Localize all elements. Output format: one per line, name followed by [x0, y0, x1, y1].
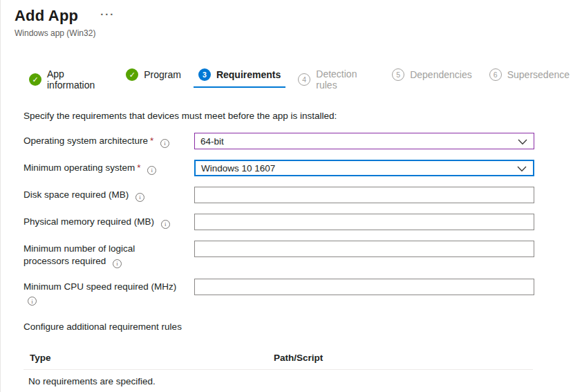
field-row-logical-processors: Minimum number of logical processors req… [24, 241, 582, 268]
step-label: Program [144, 69, 181, 80]
field-label: Physical memory required (MB) i [24, 214, 194, 229]
column-header-type: Type [30, 353, 274, 363]
dropdown-selected-value: Windows 10 1607 [201, 163, 275, 174]
cpu-speed-input[interactable] [194, 279, 534, 295]
step-label: Dependencies [410, 69, 472, 80]
step-label: Detection rules [316, 68, 375, 91]
wizard-steps: ✓ App information ✓ Program 3 Requiremen… [1, 67, 582, 97]
field-row-minimum-os: Minimum operating system* i Windows 10 1… [24, 160, 582, 176]
requirements-form: Specify the requirements that devices mu… [1, 111, 582, 392]
app-type-subtitle: Windows app (Win32) [15, 28, 582, 38]
physical-memory-input[interactable] [194, 214, 534, 230]
step-number-badge: 4 [298, 73, 310, 86]
more-options-icon[interactable]: ··· [97, 8, 118, 21]
dropdown-selected-value: 64-bit [200, 136, 224, 147]
page-title: Add App [15, 7, 78, 25]
field-label: Minimum operating system* i [24, 160, 194, 175]
field-row-os-architecture: Operating system architecture* i 64-bit [24, 133, 582, 149]
step-label: Supersedence [507, 69, 570, 80]
step-tab-app-information[interactable]: ✓ App information [24, 67, 113, 97]
column-header-path-script: Path/Script [274, 353, 533, 363]
step-tab-supersedence[interactable]: 6 Supersedence [485, 67, 574, 88]
disk-space-input[interactable] [194, 187, 534, 203]
step-tab-program[interactable]: ✓ Program [121, 67, 186, 88]
field-label: Minimum number of logical processors req… [24, 241, 194, 268]
field-label: Minimum CPU speed required (MHz) i [24, 279, 194, 306]
step-tab-detection-rules[interactable]: 4 Detection rules [293, 67, 379, 97]
chevron-down-icon [517, 164, 527, 174]
logical-processors-input[interactable] [194, 241, 534, 257]
step-label: Requirements [216, 69, 281, 80]
minimum-os-dropdown[interactable]: Windows 10 1607 [194, 160, 534, 176]
info-icon[interactable]: i [113, 259, 122, 268]
table-header-row: Type Path/Script [24, 348, 533, 370]
field-label: Operating system architecture* i [24, 133, 194, 148]
info-icon[interactable]: i [135, 193, 144, 202]
add-app-blade: Add App ··· Windows app (Win32) ✓ App in… [0, 0, 582, 392]
field-row-cpu-speed: Minimum CPU speed required (MHz) i [24, 279, 582, 306]
chevron-down-icon [518, 137, 527, 147]
blade-header: Add App ··· Windows app (Win32) [1, 0, 582, 38]
required-marker: * [137, 162, 140, 173]
requirement-rules-table: Type Path/Script No requirements are spe… [24, 348, 533, 392]
step-tab-requirements[interactable]: 3 Requirements [194, 67, 285, 88]
info-icon[interactable]: i [147, 166, 156, 175]
table-empty-message: No requirements are specified. [24, 370, 533, 392]
step-number-badge: 3 [198, 68, 211, 81]
step-number-badge: 5 [392, 68, 404, 81]
step-tab-dependencies[interactable]: 5 Dependencies [387, 67, 477, 88]
step-label: App information [47, 68, 109, 91]
step-complete-check-icon: ✓ [126, 68, 138, 81]
required-marker: * [150, 136, 153, 146]
info-icon[interactable]: i [28, 297, 37, 306]
step-number-badge: 6 [489, 68, 502, 81]
info-icon[interactable]: i [160, 139, 169, 148]
field-label: Disk space required (MB) i [24, 187, 194, 202]
step-description: Specify the requirements that devices mu… [24, 111, 582, 121]
field-row-disk-space: Disk space required (MB) i [24, 187, 582, 203]
step-complete-check-icon: ✓ [29, 73, 41, 86]
field-row-physical-memory: Physical memory required (MB) i [24, 214, 582, 230]
info-icon[interactable]: i [161, 220, 170, 229]
additional-rules-heading: Configure additional requirement rules [24, 321, 582, 332]
os-architecture-dropdown[interactable]: 64-bit [194, 133, 534, 149]
